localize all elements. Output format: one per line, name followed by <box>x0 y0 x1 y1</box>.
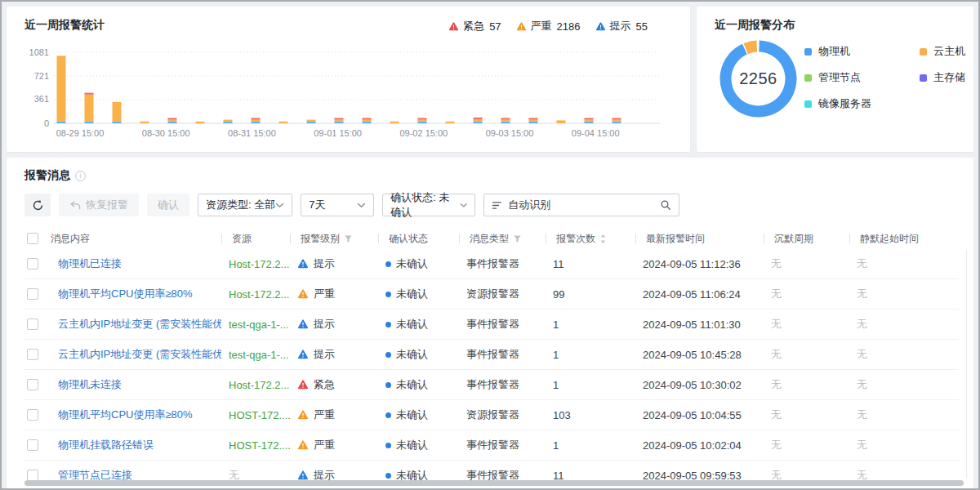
distribution-legend-item-物理机[interactable]: 物理机 <box>804 44 920 59</box>
distribution-panel-title: 近一周报警分布 <box>715 18 795 33</box>
weekly-alarm-distribution-panel: 近一周报警分布 2256 物理机云主机管理节点主存储镜像服务器 <box>697 7 973 152</box>
search-icon[interactable] <box>660 199 671 211</box>
sort-icon[interactable] <box>599 234 607 244</box>
header-divider <box>546 234 546 243</box>
time-range-select[interactable]: 7天 <box>301 194 374 216</box>
table-header-row: 消息内容资源报警级别确认状态消息类型报警次数最新报警时间沉默周期静默起始时间 <box>24 228 959 249</box>
ack-status-label: 未确认 <box>396 317 428 332</box>
legend-swatch <box>804 100 812 108</box>
column-header-label: 资源 <box>232 232 252 246</box>
severity-label: 严重 <box>314 408 335 422</box>
row-checkbox[interactable] <box>27 470 38 481</box>
silence-start-time: 无 <box>857 287 867 301</box>
column-header: 消息内容 <box>51 232 221 246</box>
alarm-count: 103 <box>553 409 571 421</box>
column-header-label: 消息类型 <box>470 232 509 246</box>
distribution-legend-item-主存储[interactable]: 主存储 <box>920 70 965 85</box>
resource-link[interactable]: HOST-172.... <box>229 439 290 452</box>
refresh-button[interactable] <box>24 194 51 216</box>
ack-status-value: 确认状态: 未确认 <box>390 190 460 220</box>
legend-swatch <box>920 48 927 56</box>
table-row: 物理机平均CPU使用率≥80%Host-172.2...严重未确认资源报警器99… <box>24 279 959 310</box>
latest-alarm-time: 2024-09-05 10:02:04 <box>643 439 742 452</box>
filter-icon[interactable] <box>513 234 522 243</box>
alarm-message-link[interactable]: 云主机内IP地址变更 (需安装性能优化工具) <box>58 317 221 332</box>
alarm-message-link[interactable]: 物理机未连接 <box>58 377 122 392</box>
column-header: 报警级别 <box>290 232 378 246</box>
row-checkbox[interactable] <box>27 409 38 421</box>
refresh-icon <box>32 199 44 212</box>
resource-link[interactable]: Host-172.2... <box>229 258 289 270</box>
alarm-messages-title-row: 报警消息 i <box>24 168 86 183</box>
severity-label: 提示 <box>314 256 335 271</box>
column-header-label: 报警次数 <box>556 232 595 246</box>
alarm-count: 99 <box>553 288 564 301</box>
ack-status-label: 未确认 <box>396 256 428 271</box>
svg-text:09-02 15:00: 09-02 15:00 <box>399 128 448 138</box>
silence-period: 无 <box>771 287 782 301</box>
row-checkbox[interactable] <box>27 349 38 360</box>
svg-text:721: 721 <box>34 71 49 81</box>
severity-legend-label: 严重 <box>531 19 552 33</box>
row-checkbox[interactable] <box>27 439 38 451</box>
alert-triangle-icon <box>297 409 309 421</box>
header-divider <box>849 234 850 243</box>
severity-legend-item-严重[interactable]: 严重2186 <box>516 19 581 33</box>
search-input[interactable]: 自动识别 <box>483 194 679 216</box>
distribution-legend-item-管理节点[interactable]: 管理节点 <box>804 70 920 85</box>
ack-status-label: 未确认 <box>396 377 428 392</box>
horizontal-scrollbar[interactable] <box>24 480 964 486</box>
row-checkbox[interactable] <box>27 379 38 390</box>
distribution-legend-item-云主机[interactable]: 云主机 <box>920 44 965 59</box>
alarm-message-link[interactable]: 物理机平均CPU使用率≥80% <box>58 287 193 301</box>
severity-label: 严重 <box>314 438 335 452</box>
resource-link[interactable]: Host-172.2... <box>229 379 289 391</box>
alarm-message-link[interactable]: 物理机已连接 <box>58 256 122 271</box>
confirm-label: 确认 <box>158 198 179 212</box>
severity-legend: 紧急57严重2186提示55 <box>448 19 648 33</box>
chevron-down-icon <box>460 203 467 208</box>
svg-text:08-31 15:00: 08-31 15:00 <box>228 128 276 138</box>
row-checkbox[interactable] <box>27 258 38 270</box>
alarm-message-link[interactable]: 云主机内IP地址变更 (需安装性能优化工具) <box>58 347 221 362</box>
severity-legend-item-提示[interactable]: 提示55 <box>595 19 648 33</box>
message-type: 事件报警器 <box>466 256 519 271</box>
alarm-message-link[interactable]: 物理机挂载路径错误 <box>58 438 154 452</box>
info-icon[interactable]: i <box>75 171 86 181</box>
row-checkbox[interactable] <box>27 318 38 330</box>
alarm-bar-chart: 0361721108108-29 15:0008-30 15:0008-31 1… <box>24 44 674 147</box>
svg-text:08-30 15:00: 08-30 15:00 <box>142 128 190 138</box>
resource-type-select[interactable]: 资源类型: 全部 <box>198 194 292 216</box>
header-divider <box>221 234 222 243</box>
severity-label: 提示 <box>314 347 335 362</box>
resource-link[interactable]: test-qga-1-... <box>229 349 289 361</box>
weekly-alarm-stats-panel: 近一周报警统计 紧急57严重2186提示55 0361721108108-29 … <box>7 7 690 152</box>
latest-alarm-time: 2024-09-05 10:04:55 <box>643 409 742 421</box>
alert-triangle-icon <box>297 288 309 300</box>
distribution-legend-item-镜像服务器[interactable]: 镜像服务器 <box>804 96 920 111</box>
resource-link[interactable]: Host-172.2... <box>229 288 289 301</box>
filter-icon[interactable] <box>344 234 353 243</box>
header-divider <box>290 234 291 243</box>
column-header-label: 最新报警时间 <box>646 232 705 246</box>
alert-triangle-icon <box>516 21 527 32</box>
resource-link[interactable]: test-qga-1-... <box>229 318 289 331</box>
severity-legend-item-紧急[interactable]: 紧急57 <box>448 19 501 33</box>
select-all-checkbox[interactable] <box>27 233 38 244</box>
silence-start-time: 无 <box>857 408 867 422</box>
alarm-count: 11 <box>553 258 564 270</box>
ack-status-select[interactable]: 确认状态: 未确认 <box>382 194 475 216</box>
row-checkbox[interactable] <box>27 288 38 300</box>
silence-period: 无 <box>771 317 782 332</box>
alarm-count: 1 <box>553 439 559 452</box>
column-header-label: 静默起始时间 <box>860 232 919 246</box>
ack-status-dot <box>385 261 391 267</box>
severity-label: 提示 <box>314 317 335 332</box>
resource-link[interactable]: HOST-172.... <box>229 409 290 421</box>
severity-legend-count: 2186 <box>557 20 581 33</box>
confirm-button[interactable]: 确认 <box>147 194 189 216</box>
restore-alarm-button[interactable]: 恢复报警 <box>59 194 139 216</box>
alarm-message-link[interactable]: 物理机平均CPU使用率≥80% <box>58 408 193 422</box>
alert-triangle-icon <box>297 379 309 390</box>
ack-status-dot <box>385 292 391 297</box>
